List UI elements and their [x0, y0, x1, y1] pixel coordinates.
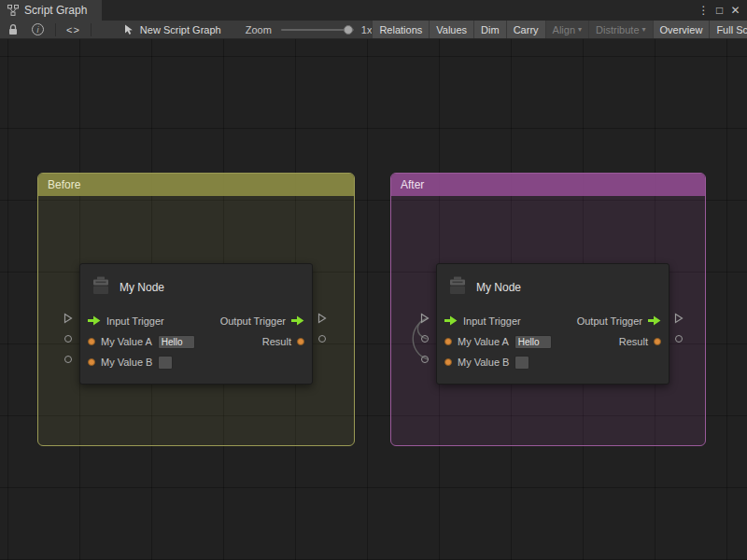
value-a-port[interactable] [88, 338, 95, 345]
outer-value-b-port[interactable] [64, 356, 72, 363]
output-trigger-label: Output Trigger [577, 315, 642, 327]
output-trigger-port[interactable] [291, 313, 304, 329]
node-header[interactable]: My Node [437, 264, 669, 311]
value-a-input[interactable] [514, 335, 552, 349]
value-b-input[interactable] [514, 356, 529, 370]
outer-value-b-port[interactable] [421, 356, 429, 363]
zoom-label: Zoom [246, 24, 272, 35]
graph-pointer-icon [123, 24, 134, 35]
code-view-icon[interactable]: <> [66, 24, 80, 35]
node-row-flow: Input Trigger Output Trigger [437, 311, 669, 331]
tab-script-graph[interactable]: Script Graph [0, 0, 102, 21]
result-label: Result [619, 336, 648, 347]
node-header[interactable]: My Node [80, 264, 312, 311]
outer-flow-in-port[interactable] [420, 313, 430, 324]
node-icon [91, 275, 111, 300]
value-b-input[interactable] [158, 356, 173, 370]
input-trigger-port[interactable] [444, 313, 458, 329]
graph-toolbar: i <> New Script Graph Zoom Zoom 1x Relat… [0, 21, 747, 39]
node-row-value-a: My Value A Result [80, 331, 312, 352]
input-trigger-label: Input Trigger [106, 315, 164, 327]
chevron-down-icon: ▾ [642, 25, 646, 34]
zoom-slider[interactable] [281, 29, 354, 31]
group-after-title: After [401, 178, 424, 191]
group-before-header[interactable]: Before [38, 174, 354, 196]
values-button[interactable]: Values [429, 21, 473, 39]
output-trigger-label: Output Trigger [220, 315, 286, 327]
script-graph-icon [7, 5, 19, 16]
value-b-port[interactable] [444, 358, 452, 366]
node-my-node-after[interactable]: My Node Input Trigger Output Trigger My … [436, 263, 669, 385]
tab-bar: Script Graph ⋮ □ ✕ [0, 0, 747, 21]
toolbar-button-group: Relations Values Dim Carry Align ▾ Distr… [372, 21, 747, 39]
outer-value-a-port[interactable] [64, 335, 72, 343]
chevron-down-icon: ▾ [578, 25, 582, 34]
outer-flow-out-port[interactable] [674, 313, 684, 324]
value-b-label: My Value B [458, 357, 509, 368]
zoom-slider-knob[interactable] [344, 25, 353, 35]
graph-canvas[interactable]: Before After My Node [0, 39, 747, 560]
result-port[interactable] [654, 338, 661, 345]
result-label: Result [262, 336, 291, 347]
info-icon[interactable]: i [32, 23, 44, 35]
lock-icon[interactable] [7, 23, 19, 35]
tab-title: Script Graph [24, 4, 87, 17]
input-trigger-port[interactable] [88, 313, 101, 329]
output-trigger-port[interactable] [648, 313, 661, 329]
node-row-value-b: My Value B [437, 352, 669, 372]
node-row-value-a: My Value A Result [437, 331, 669, 352]
result-port[interactable] [297, 338, 304, 345]
group-before-title: Before [48, 178, 80, 191]
outer-result-port[interactable] [318, 335, 326, 343]
outer-flow-out-port[interactable] [317, 313, 327, 324]
close-icon[interactable]: ✕ [727, 0, 743, 21]
node-icon [447, 275, 468, 300]
distribute-button[interactable]: Distribute ▾ [588, 21, 652, 39]
fullscreen-button[interactable]: Full Screen [709, 21, 747, 39]
relations-button[interactable]: Relations [372, 21, 429, 39]
maximize-icon[interactable]: □ [712, 0, 727, 21]
node-title: My Node [476, 281, 521, 294]
carry-button[interactable]: Carry [506, 21, 545, 39]
overview-button[interactable]: Overview [653, 21, 710, 39]
node-row-flow: Input Trigger Output Trigger [80, 311, 312, 331]
align-button[interactable]: Align ▾ [545, 21, 588, 39]
outer-flow-in-port[interactable] [63, 313, 73, 324]
window-menu-icon[interactable]: ⋮ [696, 0, 712, 21]
value-a-input[interactable] [158, 335, 195, 349]
node-title: My Node [120, 281, 164, 294]
input-trigger-label: Input Trigger [463, 315, 521, 327]
graph-name-label[interactable]: New Script Graph [140, 24, 221, 35]
dim-button[interactable]: Dim [473, 21, 506, 39]
value-b-port[interactable] [88, 358, 95, 366]
outer-result-port[interactable] [675, 335, 683, 343]
group-after-header[interactable]: After [391, 174, 705, 196]
zoom-value: 1x [361, 24, 373, 35]
outer-value-a-port[interactable] [421, 335, 429, 343]
value-a-label: My Value A [458, 336, 509, 347]
node-row-value-b: My Value B [80, 352, 312, 372]
node-my-node-before[interactable]: My Node Input Trigger Output Trigger My … [79, 263, 313, 385]
value-b-label: My Value B [101, 357, 152, 368]
value-a-label: My Value A [101, 336, 152, 347]
value-a-port[interactable] [444, 338, 452, 345]
